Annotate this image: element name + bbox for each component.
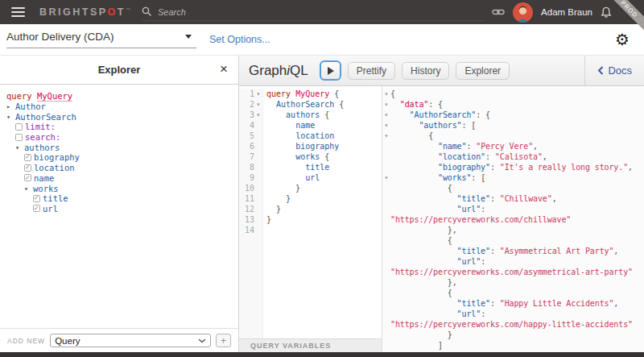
add-query-button[interactable]: + <box>216 334 231 347</box>
fold-arrow-icon[interactable]: ▾ <box>382 89 390 99</box>
code-token: : <box>485 152 495 162</box>
fold-arrow-icon[interactable]: ▾ <box>254 110 262 120</box>
result-fold-gutter: ▾▾▾▾▾▾ <box>382 89 390 352</box>
code-token: : [ <box>471 172 485 183</box>
source-select-dropdown[interactable]: Author Delivery (CDA) <box>6 31 196 48</box>
query-code-line: query MyQuery { <box>266 89 382 99</box>
collapse-arrow-icon[interactable]: ▾ <box>24 185 33 193</box>
field-checkbox-checked[interactable]: ✓ <box>33 195 40 202</box>
explorer-field-tree[interactable]: query MyQuery▸Author▾AuthorSearchlimit:s… <box>0 85 238 328</box>
code-token <box>390 204 457 214</box>
query-code[interactable]: query MyQuery { AuthorSearch { authors {… <box>263 89 382 338</box>
code-token: works <box>295 152 320 162</box>
code-token: "url" <box>457 256 481 267</box>
explorer-tree-row[interactable]: ▸Author <box>6 102 233 112</box>
fold-arrow-icon[interactable]: ▾ <box>382 110 390 120</box>
field-checkbox-checked[interactable]: ✓ <box>24 164 31 172</box>
prettify-button[interactable]: Prettify <box>348 62 395 80</box>
code-token: : <box>490 246 500 256</box>
field-checkbox-checked[interactable]: ✓ <box>33 205 40 212</box>
brightspot-logo: BRIGHTSPOT™ <box>39 6 130 18</box>
code-token <box>266 172 305 183</box>
user-name[interactable]: Adam Braun <box>541 7 592 17</box>
fold-arrow-icon[interactable]: ▾ <box>382 172 390 183</box>
result-code-line: }, <box>390 277 644 288</box>
fold-arrow-icon[interactable]: ▾ <box>382 99 390 110</box>
code-token: "authors" <box>419 120 461 131</box>
fold-arrow-icon[interactable]: ▾ <box>382 131 390 141</box>
explorer-tree-row[interactable]: search: <box>6 132 233 143</box>
user-avatar[interactable] <box>513 2 533 23</box>
add-new-type-select[interactable]: Query <box>50 334 211 347</box>
code-token: MyQuery <box>295 89 329 99</box>
explorer-tree-row[interactable]: limit: <box>6 122 233 132</box>
global-search-input[interactable]: Search <box>142 3 484 21</box>
execute-query-button[interactable] <box>320 60 341 81</box>
code-token <box>390 141 438 152</box>
code-token <box>390 110 410 120</box>
code-token: { <box>390 89 395 99</box>
explorer-tree-row[interactable]: query MyQuery <box>6 91 233 102</box>
query-variables-bar[interactable]: QUERY VARIABLES <box>239 338 382 352</box>
result-code-line: "url": <box>390 256 644 267</box>
link-icon[interactable] <box>492 6 505 18</box>
fold-arrow-icon[interactable]: ▾ <box>254 89 262 99</box>
explorer-tree-row[interactable]: ✓location <box>6 163 233 173</box>
query-code-line: name <box>266 120 382 131</box>
code-token <box>266 99 276 110</box>
explorer-tree-row[interactable]: ✓title <box>6 193 233 204</box>
check-icon: ✓ <box>26 173 30 181</box>
code-token <box>266 131 295 141</box>
bell-icon[interactable] <box>601 6 612 19</box>
field-checkbox-checked[interactable]: ✓ <box>24 154 31 161</box>
query-code-line: authors { <box>266 110 382 120</box>
code-token: "title" <box>457 246 490 256</box>
code-token: : { <box>428 99 443 110</box>
result-code-line: "authors": [ <box>390 120 644 131</box>
code-token: title <box>305 162 329 172</box>
collapse-arrow-icon[interactable]: ▾ <box>6 113 15 121</box>
chevron-left-icon <box>597 66 604 75</box>
docs-button[interactable]: Docs <box>584 56 644 85</box>
fold-arrow-icon[interactable]: ▾ <box>382 120 390 131</box>
history-button[interactable]: History <box>402 62 449 80</box>
add-new-label: ADD NEW <box>7 337 45 345</box>
query-code-line: title <box>266 162 382 172</box>
gear-icon[interactable]: ⚙ <box>615 31 630 48</box>
explorer-tree-row[interactable]: ▾works <box>6 183 233 193</box>
code-token: : <box>481 256 485 267</box>
code-token: biography <box>295 141 339 152</box>
top-navigation-bar: BRIGHTSPOT™ Search Adam Braun PROD <box>0 0 644 24</box>
explorer-tree-row[interactable]: ▾authors <box>6 142 233 152</box>
field-checkbox-unchecked[interactable] <box>15 123 23 131</box>
check-icon: ✓ <box>35 204 39 212</box>
fold-arrow-icon[interactable]: ▾ <box>254 99 262 110</box>
result-code-line: { <box>390 235 644 246</box>
expand-arrow-icon[interactable]: ▸ <box>6 102 15 110</box>
code-token <box>390 172 438 183</box>
code-token: { <box>320 152 329 162</box>
explorer-tree-row[interactable]: ✓biography <box>6 152 233 163</box>
code-token <box>390 298 457 309</box>
code-token: "title" <box>457 193 490 204</box>
query-editor[interactable]: 1▾2▾3▾4567891011121314 query MyQuery { A… <box>239 86 382 338</box>
explorer-toggle-button[interactable]: Explorer <box>456 62 510 80</box>
set-options-link[interactable]: Set Options... <box>209 34 270 45</box>
explorer-tree-row[interactable]: ▾AuthorSearch <box>6 111 233 122</box>
code-token: "works" <box>438 172 471 183</box>
field-checkbox-unchecked[interactable] <box>15 134 23 141</box>
result-code-line: "title": "Asymmetrical Art Party", <box>390 246 644 256</box>
context-toolbar: Author Delivery (CDA) Set Options... ⚙ <box>0 24 644 55</box>
close-icon[interactable]: × <box>220 62 228 76</box>
hamburger-menu-icon[interactable] <box>10 4 27 20</box>
explorer-tree-row[interactable]: ✓name <box>6 173 233 184</box>
collapse-arrow-icon[interactable]: ▾ <box>15 143 24 152</box>
code-token <box>266 152 295 162</box>
field-checkbox-checked[interactable]: ✓ <box>24 174 31 181</box>
result-json[interactable]: { "data": { "AuthorSearch": { "authors":… <box>390 89 644 352</box>
code-token: { <box>390 235 452 246</box>
code-token: : [ <box>462 120 477 131</box>
code-token: ] <box>390 340 443 351</box>
check-icon: ✓ <box>26 163 30 171</box>
explorer-tree-row[interactable]: ✓url <box>6 204 233 214</box>
